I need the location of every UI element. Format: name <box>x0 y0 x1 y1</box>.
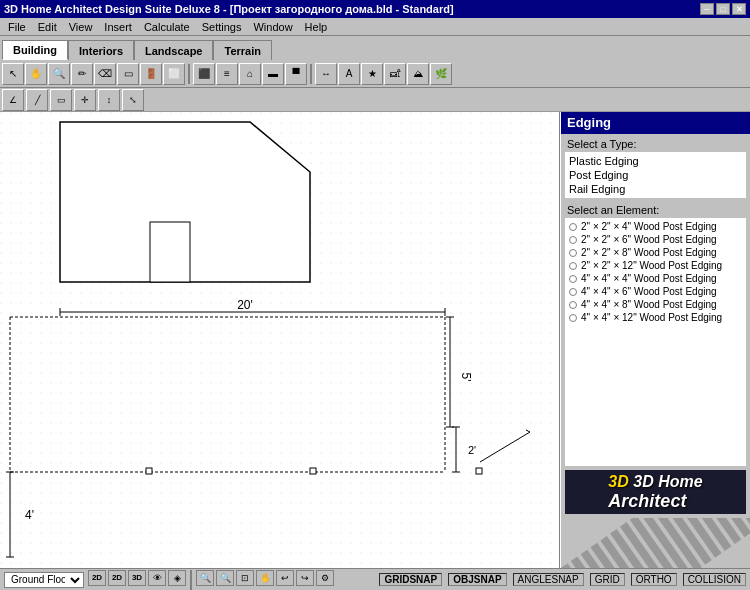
tool-wall[interactable]: ▭ <box>117 63 139 85</box>
win-close-btn[interactable]: ✕ <box>732 3 746 15</box>
ortho-indicator[interactable]: ORTHO <box>631 573 677 586</box>
properties-btn[interactable]: ⚙ <box>316 570 334 586</box>
tab-terrain[interactable]: Terrain <box>213 40 271 60</box>
tool-hand[interactable]: ✋ <box>25 63 47 85</box>
gridsnap-indicator[interactable]: GRIDSNAP <box>379 573 442 586</box>
menu-window[interactable]: Window <box>247 20 298 34</box>
win-minimize-btn[interactable]: ─ <box>700 3 714 15</box>
tool-roof[interactable]: ⌂ <box>239 63 261 85</box>
zoom-in-btn[interactable]: 🔍 <box>196 570 214 586</box>
tool-floor[interactable]: ▬ <box>262 63 284 85</box>
tool2-rect[interactable]: ▭ <box>50 89 72 111</box>
menu-edit[interactable]: Edit <box>32 20 63 34</box>
view-camera-btn[interactable]: 👁 <box>148 570 166 586</box>
tool-pencil[interactable]: ✏ <box>71 63 93 85</box>
element-label: Select an Element: <box>561 198 750 218</box>
menu-calculate[interactable]: Calculate <box>138 20 196 34</box>
canvas-area[interactable]: 20' 5' 2' <box>0 112 560 568</box>
element-3[interactable]: 2" × 2" × 12" Wood Post Edging <box>567 259 744 272</box>
pan-btn[interactable]: ✋ <box>256 570 274 586</box>
view-mode-icons: 2D 2D 3D 👁 ◈ 🔍 🔍 ⊡ ✋ ↩ ↪ ⚙ <box>88 570 334 590</box>
menu-insert[interactable]: Insert <box>98 20 138 34</box>
view-2d-floor-btn[interactable]: 2D <box>108 570 126 586</box>
tab-landscape[interactable]: Landscape <box>134 40 213 60</box>
tool-zoom[interactable]: 🔍 <box>48 63 70 85</box>
type-post[interactable]: Post Edging <box>567 168 744 182</box>
tool-ceiling[interactable]: ▀ <box>285 63 307 85</box>
menu-help[interactable]: Help <box>299 20 334 34</box>
type-list: Plastic Edging Post Edging Rail Edging <box>565 152 746 198</box>
floor-dropdown[interactable]: Ground Floor <box>4 572 84 588</box>
svg-text:4': 4' <box>25 508 34 522</box>
main-area: 20' 5' 2' <box>0 112 750 568</box>
radio-6 <box>569 301 577 309</box>
elements-list: 2" × 2" × 4" Wood Post Edging 2" × 2" × … <box>565 218 746 466</box>
element-1[interactable]: 2" × 2" × 6" Wood Post Edging <box>567 233 744 246</box>
redo-btn[interactable]: ↪ <box>296 570 314 586</box>
objsnap-indicator[interactable]: OBJSNAP <box>448 573 506 586</box>
radio-0 <box>569 223 577 231</box>
grid-indicator[interactable]: GRID <box>590 573 625 586</box>
menu-file[interactable]: File <box>2 20 32 34</box>
logo-area: 3D 3D Home Architect <box>565 470 746 514</box>
tool-dimension[interactable]: ↔ <box>315 63 337 85</box>
logo-architect: Architect <box>608 491 686 511</box>
element-7[interactable]: 4" × 4" × 12" Wood Post Edging <box>567 311 744 324</box>
radio-7 <box>569 314 577 322</box>
svg-rect-3 <box>150 222 190 282</box>
tool-stair[interactable]: ≡ <box>216 63 238 85</box>
tab-bar: Building Interiors Landscape Terrain <box>0 36 750 60</box>
drawing-canvas: 20' 5' 2' <box>0 112 559 568</box>
tool-text[interactable]: A <box>338 63 360 85</box>
win-maximize-btn[interactable]: □ <box>716 3 730 15</box>
element-0[interactable]: 2" × 2" × 4" Wood Post Edging <box>567 220 744 233</box>
svg-rect-13 <box>310 468 316 474</box>
type-plastic[interactable]: Plastic Edging <box>567 154 744 168</box>
zoom-fit-btn[interactable]: ⊡ <box>236 570 254 586</box>
collision-indicator[interactable]: COLLISION <box>683 573 746 586</box>
tool2-angle[interactable]: ∠ <box>2 89 24 111</box>
tool2-line[interactable]: ╱ <box>26 89 48 111</box>
tool-select[interactable]: ↖ <box>2 63 24 85</box>
element-2[interactable]: 2" × 2" × 8" Wood Post Edging <box>567 246 744 259</box>
tool-room[interactable]: ⬛ <box>193 63 215 85</box>
menu-view[interactable]: View <box>63 20 99 34</box>
menu-settings[interactable]: Settings <box>196 20 248 34</box>
sep1 <box>188 64 190 84</box>
type-rail[interactable]: Rail Edging <box>567 182 744 196</box>
view-render-btn[interactable]: ◈ <box>168 570 186 586</box>
decor-pattern <box>561 518 750 568</box>
element-5[interactable]: 4" × 4" × 6" Wood Post Edging <box>567 285 744 298</box>
tool-plant[interactable]: 🌿 <box>430 63 452 85</box>
toolbar-main: ↖ ✋ 🔍 ✏ ⌫ ▭ 🚪 ⬜ ⬛ ≡ ⌂ ▬ ▀ ↔ A ★ 🛋 ⛰ 🌿 <box>0 60 750 88</box>
tool-window[interactable]: ⬜ <box>163 63 185 85</box>
tab-building[interactable]: Building <box>2 40 68 60</box>
logo-home: 3D Home <box>633 473 702 490</box>
tool-symbol[interactable]: ★ <box>361 63 383 85</box>
svg-rect-14 <box>476 468 482 474</box>
undo-btn[interactable]: ↩ <box>276 570 294 586</box>
panel-title: Edging <box>561 112 750 134</box>
anglesnap-indicator[interactable]: ANGLESNAP <box>513 573 584 586</box>
floor-selector: Ground Floor <box>4 572 84 588</box>
tool-door[interactable]: 🚪 <box>140 63 162 85</box>
tool2-arrow[interactable]: ↕ <box>98 89 120 111</box>
tool-terrain[interactable]: ⛰ <box>407 63 429 85</box>
tab-interiors[interactable]: Interiors <box>68 40 134 60</box>
view-2d-btn[interactable]: 2D <box>88 570 106 586</box>
status-bar: Ground Floor 2D 2D 3D 👁 ◈ 🔍 🔍 ⊡ ✋ ↩ ↪ ⚙ … <box>0 568 750 590</box>
tool2-move[interactable]: ⤡ <box>122 89 144 111</box>
tool-furniture[interactable]: 🛋 <box>384 63 406 85</box>
zoom-out-btn[interactable]: 🔍 <box>216 570 234 586</box>
element-4[interactable]: 4" × 4" × 4" Wood Post Edging <box>567 272 744 285</box>
tool2-cross[interactable]: ✛ <box>74 89 96 111</box>
view-3d-btn[interactable]: 3D <box>128 570 146 586</box>
radio-4 <box>569 275 577 283</box>
svg-text:20': 20' <box>237 298 253 312</box>
title-bar-buttons: ─ □ ✕ <box>700 3 746 15</box>
radio-3 <box>569 262 577 270</box>
element-6[interactable]: 4" × 4" × 8" Wood Post Edging <box>567 298 744 311</box>
tool-eraser[interactable]: ⌫ <box>94 63 116 85</box>
status-indicators: GRIDSNAP OBJSNAP ANGLESNAP GRID ORTHO CO… <box>379 573 746 586</box>
type-label: Select a Type: <box>561 134 750 152</box>
